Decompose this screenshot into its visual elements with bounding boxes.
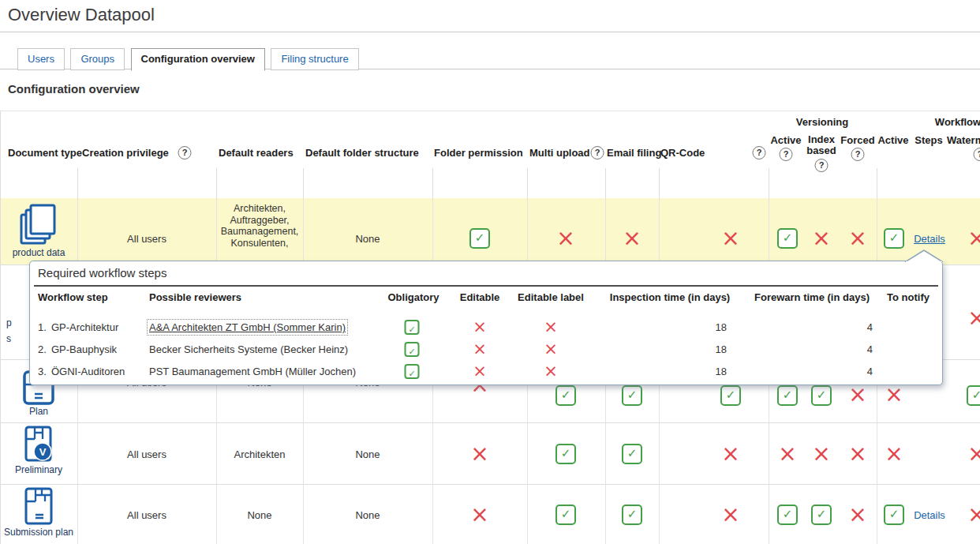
popup-col-forewarn-time: Forewarn time (in days) (754, 291, 870, 303)
col-versioning-forced: Forced (840, 134, 874, 146)
popup-col-possible-reviewers: Possible reviewers (149, 291, 241, 303)
x-icon: × (848, 505, 866, 525)
x-icon: × (967, 228, 980, 249)
check-icon: ✓ (405, 320, 420, 335)
step-number: 2. (38, 343, 47, 355)
x-icon: × (721, 444, 739, 464)
popup-col-inspection-time: Inspection time (in days) (610, 291, 730, 303)
creation-privilege-cell: All users (127, 233, 166, 245)
x-icon: × (544, 319, 558, 335)
reviewer-link[interactable]: PST Baumanagement GmbH (Müller Jochen) (149, 366, 356, 377)
reviewer-link[interactable]: A&A Architekten ZT GmbH (Sommer Karin) (149, 321, 346, 333)
help-icon-versioning-active[interactable]: ? (780, 148, 793, 161)
popup-arrow (904, 249, 944, 262)
x-icon: × (885, 444, 903, 464)
col-workflow-steps: Steps (915, 134, 942, 146)
x-icon: × (470, 444, 488, 464)
step-name: GP-Bauphysik (51, 343, 117, 355)
check-icon: ✓ (884, 505, 904, 525)
x-icon: × (473, 341, 487, 357)
check-icon: ✓ (622, 444, 642, 464)
col-qr-code: QR-Code (660, 147, 705, 159)
help-icon-index-based[interactable]: ? (815, 159, 829, 172)
check-icon: ✓ (555, 385, 576, 406)
workflow-details-link[interactable]: Details (914, 509, 945, 521)
popup-col-workflow-step: Workflow step (38, 291, 108, 303)
x-icon: × (556, 228, 574, 249)
help-icon-creation-privilege[interactable]: ? (178, 146, 192, 159)
step-number: 1. (38, 321, 47, 333)
help-icon-qr-code[interactable]: ? (753, 146, 766, 159)
check-icon: ✓ (811, 385, 832, 406)
x-icon: × (623, 228, 641, 249)
popup-divider (34, 285, 938, 287)
check-icon: ✓ (811, 505, 832, 525)
x-icon: × (967, 505, 980, 525)
creation-privilege-cell: All users (127, 448, 166, 460)
check-icon: ✓ (967, 385, 980, 406)
step-name: GP-Architektur (51, 321, 118, 333)
check-icon: ✓ (469, 228, 490, 249)
popup-col-to-notify: To notify (887, 291, 930, 303)
tab-users[interactable]: Users (17, 48, 65, 70)
check-icon: ✓ (555, 444, 576, 464)
document-stack-icon (17, 202, 60, 246)
popup-title: Required workflow steps (38, 266, 166, 280)
section-title: Configuration overview (8, 82, 140, 96)
popup-col-editable-label: Editable label (518, 291, 584, 303)
table-header: Versioning Workflow Document type Creati… (1, 111, 980, 199)
page-title: Overview Datapool (8, 5, 155, 25)
default-readers-cell: Architekten (234, 448, 285, 460)
folder-structure-cell: None (355, 448, 380, 460)
popup-col-obligatory: Obligatory (387, 291, 439, 303)
x-icon: × (885, 385, 903, 405)
document-type-label: Plan (29, 406, 48, 417)
x-icon: × (473, 319, 487, 335)
check-icon: ✓ (777, 228, 798, 249)
col-versioning-active: Active (770, 134, 801, 146)
x-icon: × (778, 444, 796, 464)
step-number: 3. (38, 366, 47, 377)
forewarn-time-value: 4 (802, 321, 873, 333)
x-icon: × (848, 444, 866, 464)
check-icon: ✓ (405, 342, 420, 357)
col-creation-privilege: Creation privilege (82, 147, 169, 159)
submission-plan-icon (23, 487, 54, 525)
workflow-details-link[interactable]: Details (914, 233, 945, 245)
help-icon-watermark[interactable]: ? (974, 148, 980, 161)
reviewer-link[interactable]: Becker Sicherheits Systeme (Becker Heinz… (149, 343, 348, 355)
default-readers-cell: Architekten, Auftraggeber, Baumanagement… (221, 203, 299, 249)
col-workflow-group: Workflow (935, 116, 980, 128)
check-icon: ✓ (622, 385, 642, 406)
col-versioning-group: Versioning (796, 116, 848, 128)
check-icon: ✓ (720, 385, 741, 406)
check-icon: ✓ (622, 505, 642, 525)
inspection-time-value: 18 (656, 321, 727, 333)
x-icon: × (544, 363, 558, 379)
col-workflow-active: Active (877, 134, 908, 146)
title-divider (0, 32, 980, 32)
step-name: ÖGNI-Auditoren (51, 366, 125, 377)
help-icon-multi-upload[interactable]: ? (591, 146, 604, 159)
tab-groups[interactable]: Groups (70, 48, 125, 70)
x-icon: × (967, 308, 980, 328)
tab-filing-structure[interactable]: Filing structure (271, 48, 358, 70)
popup-col-editable: Editable (460, 291, 500, 303)
folder-structure-cell: None (355, 509, 380, 521)
creation-privilege-cell: All users (127, 509, 166, 521)
x-icon: × (470, 505, 488, 525)
document-type-label: Preliminary (15, 464, 62, 475)
table-row-product-data: product data s All users Architekten, Au… (1, 198, 980, 265)
col-workflow-watermark: Watermark (947, 134, 980, 146)
document-type-label: p (6, 317, 12, 328)
workflow-steps-popup: Required workflow steps Workflow step Po… (29, 261, 943, 385)
col-multi-upload: Multi upload (529, 147, 590, 159)
document-type-label: product data (13, 247, 65, 258)
help-icon-forced[interactable]: ? (851, 148, 865, 161)
tab-configuration-overview[interactable]: Configuration overview (131, 48, 265, 71)
document-type-label-line2: s (6, 333, 11, 344)
col-default-readers: Default readers (219, 147, 294, 159)
tab-bar: Users Groups Configuration overview Fili… (0, 47, 980, 69)
check-icon: ✓ (777, 385, 798, 406)
inspection-time-value: 18 (656, 343, 727, 355)
